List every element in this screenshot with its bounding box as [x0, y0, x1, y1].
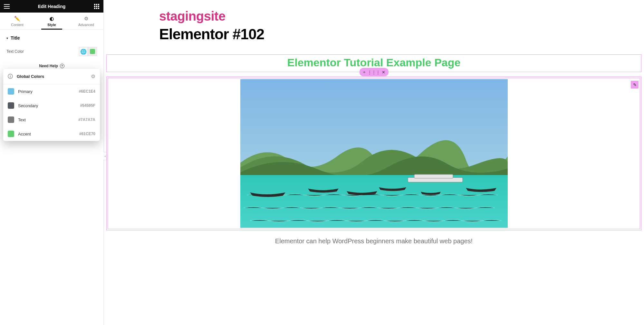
sidebar-title: Edit Heading: [10, 4, 93, 9]
popover-title: Global Colors: [17, 74, 91, 79]
section-drag-handle[interactable]: ⋮⋮⋮: [369, 68, 379, 76]
page-title: Elementor #102: [159, 25, 644, 43]
color-name: Primary: [18, 89, 79, 94]
help-icon: ?: [60, 64, 64, 68]
global-color-item[interactable]: Primary#6EC1E4: [3, 84, 100, 98]
color-hex: #6EC1E4: [79, 89, 95, 94]
section-toggle-title[interactable]: ▾ Title: [0, 30, 103, 44]
globe-icon: 🌐: [80, 49, 87, 55]
svg-rect-2: [98, 4, 99, 5]
image-widget[interactable]: [109, 79, 639, 228]
tab-content[interactable]: ✏️ Content: [0, 13, 34, 29]
svg-rect-15: [414, 174, 453, 178]
heading-section[interactable]: Elementor Tutorial Example Page ＋ ⋮⋮⋮ ✕: [106, 54, 641, 72]
popover-settings-icon[interactable]: ⚙: [91, 73, 95, 79]
editor-sidebar: Edit Heading ✏️ Content ◐ Style ⚙ Advanc…: [0, 0, 104, 325]
tab-label: Advanced: [78, 23, 94, 27]
svg-rect-0: [94, 4, 95, 5]
color-swatch-button[interactable]: [88, 47, 97, 56]
tab-advanced[interactable]: ⚙ Advanced: [69, 13, 103, 29]
contrast-icon: ◐: [34, 16, 69, 22]
svg-rect-5: [98, 6, 99, 7]
color-swatch: [8, 102, 14, 109]
landscape-image: [240, 79, 508, 228]
color-hex: #54595F: [80, 103, 95, 108]
gear-icon: ⚙: [69, 16, 103, 22]
color-name: Accent: [18, 132, 79, 136]
global-color-button[interactable]: 🌐: [79, 47, 88, 56]
caret-down-icon: ▾: [6, 36, 8, 40]
color-name: Text: [18, 117, 78, 122]
global-colors-popover: Global Colors ⚙ Primary#6EC1E4Secondary#…: [3, 69, 100, 141]
tab-label: Content: [11, 23, 24, 27]
svg-rect-6: [94, 8, 95, 9]
caption-text: Elementor can help WordPress beginners m…: [104, 237, 644, 245]
control-text-color: Text Color 🌐: [0, 44, 103, 60]
color-picker-buttons: 🌐: [79, 47, 97, 56]
svg-rect-11: [10, 76, 11, 78]
svg-point-10: [10, 75, 11, 76]
svg-rect-7: [96, 8, 97, 9]
tab-bar: ✏️ Content ◐ Style ⚙ Advanced: [0, 13, 103, 30]
selected-color-swatch: [90, 49, 95, 54]
editor-canvas: stagingsite Elementor #102 Elementor Tut…: [104, 0, 644, 325]
section-label: Title: [11, 35, 20, 41]
color-swatch: [8, 88, 14, 95]
tab-style[interactable]: ◐ Style: [34, 13, 69, 29]
hamburger-icon[interactable]: [3, 3, 10, 10]
info-icon: [8, 74, 14, 79]
control-label: Text Color: [6, 49, 24, 54]
help-label: Need Help: [39, 64, 58, 68]
color-hex: #61CE70: [79, 132, 95, 136]
svg-rect-1: [96, 4, 97, 5]
global-color-item[interactable]: Text#7A7A7A: [3, 113, 100, 127]
popover-header: Global Colors ⚙: [3, 69, 100, 84]
tab-label: Style: [47, 23, 56, 27]
image-column[interactable]: [108, 78, 640, 229]
pencil-icon: ✏️: [0, 16, 34, 22]
svg-rect-4: [96, 6, 97, 7]
apps-grid-icon[interactable]: [93, 3, 100, 10]
global-color-item[interactable]: Secondary#54595F: [3, 98, 100, 113]
color-swatch: [8, 131, 14, 137]
sidebar-header: Edit Heading: [0, 0, 103, 13]
svg-rect-3: [94, 6, 95, 7]
edit-widget-button[interactable]: ✎: [631, 81, 639, 88]
color-name: Secondary: [18, 103, 80, 108]
color-hex: #7A7A7A: [78, 117, 95, 122]
color-swatch: [8, 116, 14, 123]
site-title[interactable]: stagingsite: [159, 9, 644, 23]
svg-rect-8: [98, 8, 99, 9]
section-close-button[interactable]: ✕: [379, 68, 389, 76]
section-toolbar: ＋ ⋮⋮⋮ ✕: [360, 68, 389, 76]
image-section[interactable]: ✎: [106, 77, 641, 230]
global-color-item[interactable]: Accent#61CE70: [3, 127, 100, 141]
